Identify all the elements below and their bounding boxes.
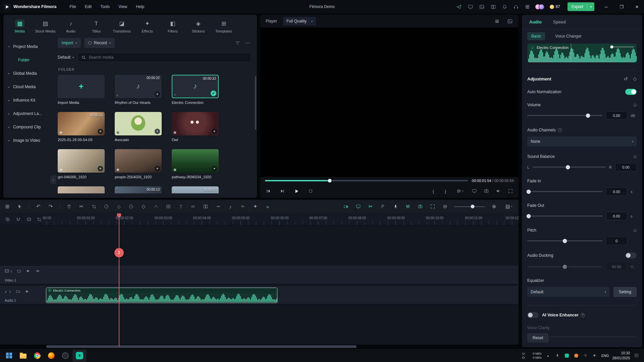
- split-playhead-button[interactable]: ✂: [114, 248, 124, 257]
- slider-handle[interactable]: [586, 113, 590, 118]
- mark-in-button[interactable]: {: [430, 188, 437, 194]
- mark-out-button[interactable]: }: [442, 188, 449, 194]
- effects-shortcut-button[interactable]: ✦: [252, 203, 259, 210]
- render-bar-button[interactable]: [36, 216, 42, 223]
- media-grid-scrollbar[interactable]: [255, 76, 256, 130]
- menu-edit[interactable]: Edit: [80, 0, 96, 13]
- audio-ducking-toggle[interactable]: [625, 252, 637, 258]
- clock[interactable]: 10:30 28/01/2025: [612, 351, 630, 360]
- grid-view-button[interactable]: ⊞: [494, 18, 500, 24]
- tab-stock-media[interactable]: ▤Stock Media: [33, 18, 58, 35]
- quality-dropdown[interactable]: Full Quality▾: [283, 17, 316, 25]
- motion-tracking-button[interactable]: [215, 203, 221, 210]
- add-to-timeline-button[interactable]: +: [155, 92, 160, 97]
- account-avatars[interactable]: [535, 4, 544, 10]
- progress-handle[interactable]: [328, 179, 332, 183]
- apps-button[interactable]: ⊞: [522, 2, 532, 11]
- audio-stretch-button[interactable]: ♪: [227, 203, 234, 210]
- split-button[interactable]: ✂: [78, 203, 85, 210]
- sidebar-item-influence-kit[interactable]: ▸Influence Kit: [3, 94, 35, 107]
- keyframe-section-button[interactable]: ◇: [633, 76, 637, 81]
- tray-mic-button[interactable]: [554, 354, 560, 358]
- sidebar-item-project-media[interactable]: ▾Project Media: [3, 40, 38, 53]
- pitch-keyframe-button[interactable]: ◇: [633, 228, 637, 233]
- more-tools-button[interactable]: »: [264, 203, 271, 210]
- pitch-slider[interactable]: [527, 240, 602, 241]
- select-tool-button[interactable]: [16, 203, 23, 210]
- slider-handle[interactable]: [471, 205, 475, 208]
- media-tile[interactable]: [58, 186, 105, 193]
- record-button[interactable]: Record▾: [84, 38, 115, 48]
- more-options-button[interactable]: ⋯: [244, 40, 251, 46]
- display-button[interactable]: [477, 2, 487, 11]
- import-media-tile[interactable]: + Import Media: [58, 75, 105, 105]
- sidebar-item-global-media[interactable]: ▸Global Media: [3, 67, 37, 80]
- auto-normalization-toggle[interactable]: [625, 89, 637, 95]
- media-tile[interactable]: ▣+ girl-946006_1920: [58, 149, 105, 179]
- media-tile[interactable]: ▣00:00:03+ 2025-01-28 09-54-09: [58, 112, 105, 142]
- undo-button[interactable]: ↶: [35, 203, 42, 210]
- subtab-voice-changer[interactable]: Voice Changer: [551, 32, 586, 40]
- snapshot-button[interactable]: [483, 188, 490, 194]
- tray-app-button[interactable]: [573, 354, 579, 358]
- fade-out-slider[interactable]: [527, 216, 602, 217]
- crop-button[interactable]: [91, 203, 97, 210]
- workspace-button[interactable]: [488, 2, 498, 11]
- redo-button[interactable]: ↷: [47, 203, 54, 210]
- slider-handle[interactable]: [610, 46, 613, 49]
- timeline-zoom-slider[interactable]: [454, 206, 485, 207]
- reset-button[interactable]: Reset: [527, 333, 548, 343]
- filter-button[interactable]: [234, 40, 241, 46]
- sound-balance-value[interactable]: 0.00: [615, 163, 637, 171]
- search-input[interactable]: [89, 55, 247, 60]
- sidebar-item-cloud-media[interactable]: ▸Cloud Media: [3, 80, 36, 94]
- marker-button[interactable]: [380, 203, 386, 210]
- audio-channels-dropdown[interactable]: None▾: [527, 136, 637, 146]
- tab-titles[interactable]: TTitles: [84, 18, 109, 35]
- curve-button[interactable]: [153, 203, 159, 210]
- tab-effects[interactable]: ✦Effects: [135, 18, 160, 35]
- media-tile[interactable]: 00:00:03: [172, 186, 219, 193]
- filmora-taskbar-button[interactable]: [72, 350, 87, 362]
- add-to-timeline-button[interactable]: +: [212, 129, 217, 134]
- tab-transitions[interactable]: ◪Transitions: [109, 18, 134, 35]
- delete-button[interactable]: [66, 203, 72, 210]
- file-explorer-button[interactable]: [16, 350, 30, 362]
- mute-button[interactable]: [495, 188, 502, 194]
- media-tile-selected[interactable]: ♪♪00:00:32✓ Electric Connection: [172, 75, 219, 105]
- menu-view[interactable]: View: [114, 0, 131, 13]
- ripple-edit-button[interactable]: [25, 216, 32, 223]
- media-tile[interactable]: ▣+ Avocado: [115, 112, 162, 142]
- menu-help[interactable]: Help: [131, 0, 149, 13]
- tab-templates[interactable]: ⊞Templates: [211, 18, 236, 35]
- clip-mini-slider[interactable]: [612, 47, 634, 47]
- import-button[interactable]: Import▾: [58, 38, 81, 48]
- mask-button[interactable]: [165, 203, 172, 210]
- snapshot-frame-button[interactable]: [417, 203, 424, 210]
- sound-balance-keyframe-button[interactable]: ◇: [633, 154, 637, 159]
- fullscreen-button[interactable]: [507, 188, 514, 194]
- track-visibility-button[interactable]: [36, 269, 40, 273]
- timeline-ruler[interactable]: 00:00 00:00:01:00 00:00:02:00 00:00:03:0…: [0, 213, 519, 225]
- zoom-out-button[interactable]: ⊖: [442, 203, 448, 210]
- slider-handle[interactable]: [566, 165, 570, 169]
- sidebar-item-image-to-video[interactable]: ▸Image to Video: [3, 134, 40, 147]
- close-button[interactable]: ✕: [630, 0, 644, 13]
- playhead-line[interactable]: [119, 213, 119, 347]
- reset-section-button[interactable]: ↺: [624, 76, 628, 81]
- tab-speed-properties[interactable]: Speed: [553, 19, 566, 24]
- fade-out-value[interactable]: 0.00: [606, 212, 627, 220]
- previous-frame-button[interactable]: [265, 188, 272, 194]
- media-tile[interactable]: ▣+ Owl: [172, 112, 219, 142]
- slider-handle[interactable]: [527, 214, 531, 218]
- playback-settings-button[interactable]: ▾: [454, 188, 466, 194]
- firefox-button[interactable]: [44, 350, 58, 362]
- menu-file[interactable]: File: [65, 0, 80, 13]
- sidebar-item-compound-clip[interactable]: ▸Compound Clip: [3, 120, 41, 134]
- tab-media[interactable]: ▦Media: [7, 18, 32, 35]
- animation-button[interactable]: [190, 203, 197, 210]
- timeline-tracks[interactable]: 1 Video 1 ♪ 1 Audio 1 ♪ Electric Connect…: [0, 225, 519, 345]
- sidebar-item-adjustment-layer[interactable]: ▸Adjustment La...: [3, 107, 42, 120]
- support-button[interactable]: [511, 2, 521, 11]
- volume-slider[interactable]: [527, 115, 602, 116]
